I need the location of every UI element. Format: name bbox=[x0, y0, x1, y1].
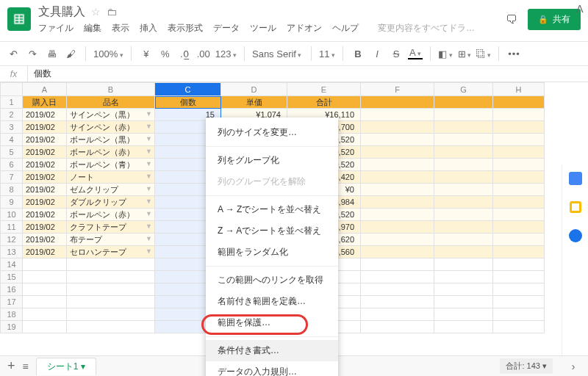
more-button[interactable]: ••• bbox=[506, 48, 521, 59]
menu-format[interactable]: 表示形式 bbox=[168, 22, 203, 35]
col-header-A[interactable]: A bbox=[23, 83, 67, 96]
col-header-F[interactable]: F bbox=[361, 83, 434, 96]
dropdown-icon[interactable]: ▼ bbox=[146, 198, 152, 205]
row-header[interactable]: 19 bbox=[1, 321, 23, 333]
dropdown-icon[interactable]: ▼ bbox=[146, 135, 152, 142]
row-header[interactable]: 11 bbox=[1, 221, 23, 234]
share-button[interactable]: 🔒 共有 bbox=[528, 9, 581, 30]
fill-color-button[interactable]: ◧ bbox=[438, 48, 453, 59]
formula-value[interactable]: 個数 bbox=[28, 68, 51, 80]
strike-button[interactable]: S bbox=[389, 48, 404, 59]
doc-title[interactable]: 文具購入 bbox=[38, 4, 85, 20]
ctx-sort-za[interactable]: Z → Aでシートを並べ替え bbox=[206, 220, 338, 242]
sheet-tab[interactable]: シート1 ▾ bbox=[36, 358, 96, 375]
format-percent[interactable]: % bbox=[158, 48, 173, 59]
menu-data[interactable]: データ bbox=[213, 22, 240, 35]
menu-insert[interactable]: 挿入 bbox=[140, 22, 157, 35]
italic-button[interactable]: I bbox=[370, 48, 384, 59]
lock-icon: 🔒 bbox=[538, 15, 548, 24]
row-header[interactable]: 1 bbox=[1, 96, 23, 109]
menu-addons[interactable]: アドオン bbox=[287, 22, 322, 35]
dropdown-icon[interactable]: ▼ bbox=[146, 210, 152, 217]
menu-file[interactable]: ファイル bbox=[38, 22, 74, 35]
print-button[interactable]: 🖶 bbox=[44, 48, 59, 59]
col-header-G[interactable]: G bbox=[434, 83, 493, 96]
row-header[interactable]: 18 bbox=[1, 308, 23, 321]
ctx-sort-az[interactable]: A → Zでシートを並べ替え bbox=[206, 199, 338, 220]
ctx-group-column[interactable]: 列をグループ化 bbox=[206, 150, 338, 171]
ctx-protect-range[interactable]: 範囲を保護… bbox=[206, 312, 338, 333]
row-header[interactable]: 13 bbox=[1, 246, 23, 258]
add-sheet-button[interactable]: + bbox=[7, 358, 15, 374]
row-header[interactable]: 12 bbox=[1, 234, 23, 246]
col-header-H[interactable]: H bbox=[493, 83, 545, 96]
format-currency[interactable]: ¥ bbox=[139, 48, 154, 59]
share-label: 共有 bbox=[553, 13, 570, 26]
dropdown-icon[interactable]: ▼ bbox=[146, 123, 152, 130]
menu-bar: ファイル 編集 表示 挿入 表示形式 データ ツール アドオン ヘルプ 変更内容… bbox=[38, 22, 506, 35]
ctx-data-validation[interactable]: データの入力規則… bbox=[206, 361, 338, 376]
sheets-icon bbox=[12, 12, 26, 26]
redo-button[interactable]: ↷ bbox=[25, 48, 40, 59]
inc-decimal[interactable]: .00 bbox=[196, 48, 211, 59]
menu-view[interactable]: 表示 bbox=[112, 22, 129, 35]
row-header[interactable]: 8 bbox=[1, 184, 23, 196]
dropdown-icon[interactable]: ▼ bbox=[146, 148, 152, 155]
ctx-conditional-format[interactable]: 条件付き書式… bbox=[206, 340, 338, 361]
ctx-get-link[interactable]: この範囲へのリンクを取得 bbox=[206, 270, 338, 291]
row-header[interactable]: 10 bbox=[1, 209, 23, 221]
dropdown-icon[interactable]: ▼ bbox=[146, 160, 152, 167]
aggregate-display[interactable]: 合計: 143 ▾ bbox=[500, 358, 553, 374]
dropdown-icon[interactable]: ▼ bbox=[146, 110, 152, 118]
expand-toolbar-icon[interactable]: ᐱ bbox=[576, 3, 584, 15]
row-header[interactable]: 2 bbox=[1, 109, 23, 121]
zoom-select[interactable]: 100% bbox=[93, 48, 123, 59]
num-format[interactable]: 123 bbox=[215, 48, 237, 59]
paint-format-button[interactable]: 🖌 bbox=[63, 48, 78, 59]
calendar-addon-icon[interactable] bbox=[569, 172, 582, 185]
dropdown-icon[interactable]: ▼ bbox=[146, 223, 152, 230]
dropdown-icon[interactable]: ▼ bbox=[146, 247, 152, 255]
row-header[interactable]: 16 bbox=[1, 283, 23, 296]
star-icon[interactable]: ☆ bbox=[91, 6, 101, 18]
tasks-addon-icon[interactable] bbox=[569, 229, 582, 242]
col-header-B[interactable]: B bbox=[67, 83, 155, 96]
merge-button[interactable]: ⿻ bbox=[476, 48, 492, 59]
all-sheets-button[interactable]: ≡ bbox=[23, 361, 29, 372]
font-select[interactable]: Sans Serif bbox=[252, 48, 304, 59]
row-header[interactable]: 6 bbox=[1, 159, 23, 171]
menu-tools[interactable]: ツール bbox=[250, 22, 276, 35]
ctx-resize-column[interactable]: 列のサイズを変更… bbox=[206, 122, 338, 143]
col-header-E[interactable]: E bbox=[287, 83, 361, 96]
col-header-corner[interactable] bbox=[1, 83, 23, 96]
bold-button[interactable]: B bbox=[351, 48, 365, 59]
folder-icon[interactable]: 🗀 bbox=[107, 6, 117, 18]
comments-icon[interactable]: 🗨 bbox=[506, 13, 517, 26]
ctx-named-range[interactable]: 名前付き範囲を定義… bbox=[206, 291, 338, 312]
explore-chevron[interactable]: › bbox=[566, 361, 581, 372]
dropdown-icon[interactable]: ▼ bbox=[146, 173, 152, 180]
dec-decimal[interactable]: .0̲ bbox=[177, 48, 192, 59]
row-header[interactable]: 7 bbox=[1, 171, 23, 184]
dropdown-icon[interactable]: ▼ bbox=[146, 235, 152, 242]
dropdown-icon[interactable]: ▼ bbox=[146, 185, 152, 192]
text-color-button[interactable]: A bbox=[408, 48, 423, 59]
menu-edit[interactable]: 編集 bbox=[84, 22, 101, 35]
undo-button[interactable]: ↶ bbox=[6, 48, 21, 59]
row-header[interactable]: 4 bbox=[1, 134, 23, 146]
borders-button[interactable]: ⊞ bbox=[457, 48, 472, 59]
row-header[interactable]: 15 bbox=[1, 271, 23, 283]
row-header[interactable]: 9 bbox=[1, 196, 23, 209]
sheets-logo[interactable] bbox=[7, 7, 31, 31]
col-header-C[interactable]: C bbox=[155, 83, 221, 96]
keep-addon-icon[interactable] bbox=[570, 201, 581, 213]
col-header-D[interactable]: D bbox=[221, 83, 287, 96]
menu-help[interactable]: ヘルプ bbox=[332, 22, 359, 35]
row-header[interactable]: 17 bbox=[1, 296, 23, 308]
row-header[interactable]: 3 bbox=[1, 121, 23, 134]
row-header[interactable]: 14 bbox=[1, 258, 23, 271]
ctx-randomize[interactable]: 範囲をランダム化 bbox=[206, 242, 338, 263]
row-header[interactable]: 5 bbox=[1, 146, 23, 159]
changes-saved[interactable]: 変更内容をすべてドラ… bbox=[378, 22, 475, 35]
font-size[interactable]: 11 bbox=[319, 48, 335, 59]
